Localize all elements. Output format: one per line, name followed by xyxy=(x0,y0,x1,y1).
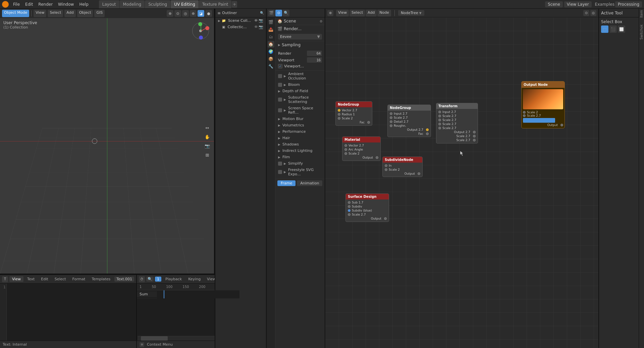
scene-selector[interactable]: Scene xyxy=(545,1,563,7)
bloom-section[interactable]: ▶ Bloom xyxy=(275,81,325,88)
node-big-output[interactable]: Output Node Scale 2 Scale 2.7 Output xyxy=(521,81,565,128)
world-props-icon[interactable]: 🌍 xyxy=(268,48,274,55)
gis-btn[interactable]: GIS xyxy=(94,10,105,17)
select-fill-icon[interactable]: ⬛ xyxy=(609,25,617,33)
object-btn[interactable]: Object xyxy=(77,10,93,17)
text-file-name[interactable]: Text.001 xyxy=(114,277,134,282)
render-samples-input[interactable] xyxy=(307,51,322,56)
indirect-lighting-section[interactable]: ▶ Indirect Lighting xyxy=(275,148,325,154)
select-btn[interactable]: Select xyxy=(48,10,63,17)
menu-help[interactable]: Help xyxy=(77,1,91,7)
sss-section[interactable]: ▶ Subsurface Scattering xyxy=(275,94,325,105)
timeline-type-icon[interactable]: ⏱ xyxy=(139,276,145,282)
move-tool[interactable]: ✋ xyxy=(203,133,211,141)
obj-camera-icon[interactable]: 📷 xyxy=(259,25,263,29)
scene-props-icon[interactable]: 🏠 xyxy=(268,41,274,48)
view-layer-selector[interactable]: View Layer xyxy=(564,1,592,7)
overlay-icon[interactable]: ⊕ xyxy=(190,10,197,17)
object-mode-btn[interactable]: Object Mode xyxy=(2,10,29,17)
node-card-6[interactable]: Surface Design Sub 1.7 Subdiv Subdiv (bl… xyxy=(345,193,389,222)
strip-item-label[interactable]: Item xyxy=(640,10,643,18)
modifier-props-icon[interactable]: 🔧 xyxy=(268,63,274,70)
node-overlay-icon[interactable]: ◎ xyxy=(590,10,596,16)
node-tree-selector[interactable]: NodeTree ▼ xyxy=(398,10,424,16)
menu-file[interactable]: File xyxy=(11,1,22,7)
node-card-1[interactable]: NodeGroup Vector 2.7 Radius 1 Scale 2 Fa… xyxy=(335,101,372,126)
viewport-3d[interactable]: Object Mode View Select Add Object GIS ⊕… xyxy=(0,9,214,274)
scene-object-item[interactable]: ▣ Collectic... 👁 📷 xyxy=(215,24,266,30)
timeline-track[interactable] xyxy=(157,290,239,298)
current-frame-input[interactable]: 1 xyxy=(155,277,161,282)
simplify-section[interactable]: ▶ Simplify xyxy=(275,160,325,167)
timeline-keying-btn[interactable]: Keying xyxy=(185,276,203,282)
view-layer-props-icon[interactable]: 🗂 xyxy=(268,34,274,40)
global-transform-icon[interactable]: ⊕ xyxy=(167,10,173,17)
menu-render[interactable]: Render xyxy=(36,1,55,7)
context-menu-label[interactable]: Context Menu xyxy=(147,342,173,347)
output-props-icon[interactable]: 📤 xyxy=(268,26,274,33)
render-section-header[interactable]: 🎬 Render... xyxy=(275,25,325,33)
node-editor-type-icon[interactable]: ⊕ xyxy=(327,10,333,16)
node-select-btn[interactable]: Select xyxy=(350,10,365,16)
camera-icon[interactable]: 📷 xyxy=(259,18,263,23)
menu-edit[interactable]: Edit xyxy=(23,1,35,7)
scene-settings-icon[interactable]: ⚙ xyxy=(320,19,323,23)
text-content[interactable] xyxy=(7,284,136,341)
prop-icon-render[interactable]: 🎬 xyxy=(268,10,275,16)
text-editor-templates-btn[interactable]: Templates xyxy=(89,276,113,282)
strip-switchok-label[interactable]: Switchok xyxy=(640,24,643,40)
node-editor[interactable]: ⊕ View Select Add Node NodeTree ▼ ⊙ ◎ Ev… xyxy=(325,9,598,348)
add-workspace-btn[interactable]: + xyxy=(232,1,237,8)
text-editor-type-icon[interactable]: T xyxy=(2,276,8,282)
dof-section[interactable]: ▶ Depth of Field xyxy=(275,88,325,94)
snap-icon[interactable]: ⊙ xyxy=(174,10,181,17)
node-add-btn[interactable]: Add xyxy=(366,10,377,16)
node-node-btn[interactable]: Node xyxy=(377,10,391,16)
node-card-4[interactable]: SubdivideNode In Scale 2 Output xyxy=(382,157,423,177)
visibility-icon[interactable]: 👁 xyxy=(254,18,258,23)
menu-window[interactable]: Window xyxy=(56,1,76,7)
scene-collection-item[interactable]: ▶ 📁 Scene Coll... 👁 📷 xyxy=(215,17,266,24)
tab-texture-paint[interactable]: Texture Paint xyxy=(199,0,231,8)
object-props-icon[interactable]: 📦 xyxy=(268,56,274,62)
prop-icon-output[interactable]: ⊙ xyxy=(275,10,282,16)
tab-sculpting[interactable]: Sculpting xyxy=(145,0,170,8)
animation-tab[interactable]: Animation xyxy=(297,180,322,186)
obj-eye-icon[interactable]: 👁 xyxy=(254,25,258,29)
text-editor-format-btn[interactable]: Format xyxy=(70,276,88,282)
prop-icon-search[interactable]: 🔍 xyxy=(283,10,289,16)
timeline-playback-btn[interactable]: Playback xyxy=(163,276,184,282)
shadows-section[interactable]: ▶ Shadows xyxy=(275,141,325,148)
tab-uv-editing[interactable]: UV Editing xyxy=(171,0,199,8)
text-editor-edit-btn[interactable]: Edit xyxy=(38,276,51,282)
viewport-samples-input[interactable] xyxy=(307,57,322,63)
camera-tool[interactable]: 📷 xyxy=(203,142,211,150)
tab-layout[interactable]: Layout xyxy=(99,0,119,8)
text-editor-select-btn[interactable]: Select xyxy=(52,276,69,282)
proportional-edit-icon[interactable]: ◎ xyxy=(182,10,189,17)
add-btn[interactable]: Add xyxy=(64,10,75,17)
frame-tab[interactable]: Frame xyxy=(277,180,296,186)
outliner-filter-icon[interactable]: 🔍 xyxy=(260,11,264,15)
viewport-denoise-checkbox[interactable] xyxy=(278,64,282,68)
sampling-header[interactable]: ▶ Sampling xyxy=(275,41,325,49)
ssr-section[interactable]: ▶ Screen Space Refl... xyxy=(275,105,325,116)
text-editor-view-btn[interactable]: View xyxy=(9,276,23,282)
select-box-icon[interactable]: ⬚ xyxy=(601,25,608,33)
hair-section[interactable]: ▶ Hair xyxy=(275,135,325,141)
select-lasso-icon[interactable]: ⬜ xyxy=(618,25,625,33)
node-card-2[interactable]: Material Vector 2.7 Arc Angle Scale 2 Ou… xyxy=(342,136,381,161)
node-snap-icon[interactable]: ⊙ xyxy=(583,10,589,16)
ambient-occlusion-section[interactable]: ▶ Ambient Occlusion xyxy=(275,71,325,81)
render-props-icon[interactable]: 🎬 xyxy=(268,19,274,25)
render-preview-icon[interactable]: ● xyxy=(205,10,212,17)
tab-modeling[interactable]: Modeling xyxy=(120,0,145,8)
node-card-3[interactable]: NodeGroup Input 2.7 Scale 2.7 Detail 2.7… xyxy=(387,105,431,137)
rotate-tool[interactable]: ↔ xyxy=(203,124,211,132)
node-card-5[interactable]: Transform Input 2.7 Scale 2.7 Scale 2.7 … xyxy=(436,103,478,143)
viewport-gizmo[interactable] xyxy=(191,21,211,41)
performance-section[interactable]: ▶ Performance xyxy=(275,128,325,135)
motion-blur-section[interactable]: ▶ Motion Blur xyxy=(275,116,325,122)
timeline-search[interactable]: 🔍 xyxy=(146,277,154,282)
freestyle-section[interactable]: ▶ Freestyle SVG Expo... xyxy=(275,167,325,177)
